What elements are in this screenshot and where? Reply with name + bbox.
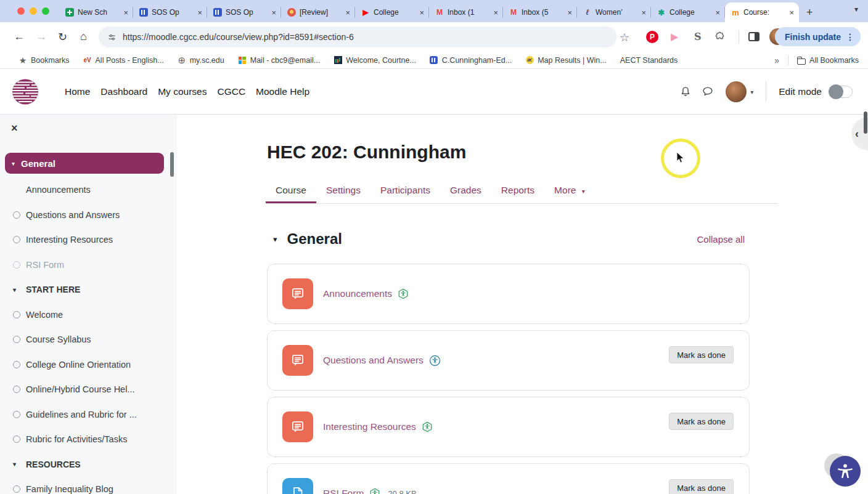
sidebar-item-rubric-for-activities-tasks[interactable]: Rubric for Activities/Tasks [0,427,170,452]
pink-extension-icon[interactable]: ▶ [671,31,678,43]
all-bookmarks-button[interactable]: All Bookmarks [797,56,859,65]
side-panel-icon[interactable] [748,32,760,41]
tab-womens[interactable]: ℓ Women' × [577,2,651,22]
bookmark-all-posts[interactable]: eV All Posts - English... [83,56,164,65]
accessibility-hexagon-icon[interactable] [369,488,380,494]
bookmark-bookmarks[interactable]: ★ Bookmarks [18,56,70,65]
new-tab-button[interactable]: + [806,6,813,19]
tab-new-sch[interactable]: New Sch × [59,2,133,22]
tab-college-green[interactable]: ✱ College × [651,2,725,22]
page-scrollbar[interactable] [864,111,867,134]
tab-close-icon[interactable]: × [715,8,720,17]
sidebar-item-online-hybrid-course-help[interactable]: Online/Hybrid Course Hel... [0,377,170,402]
sidebar-item-college-online-orientation[interactable]: College Online Orientation [0,352,170,378]
extensions-puzzle-icon[interactable] [715,31,726,42]
tab-participants[interactable]: Participants [371,185,440,203]
collapse-all-link[interactable]: Collapse all [697,234,750,245]
nav-moodle-help[interactable]: Moodle Help [256,86,309,97]
tab-course-active[interactable]: m Course: × [725,2,799,22]
activity-link[interactable]: Interesting Resources [323,421,416,432]
activity-link[interactable]: RSI Form [323,488,364,494]
bookmark-map-results[interactable]: iK Map Results | Win... [525,56,607,65]
nav-my-courses[interactable]: My courses [158,86,207,97]
close-window-button[interactable] [17,7,25,15]
tab-inbox-2[interactable]: M Inbox (5 × [503,2,577,22]
tab-close-icon[interactable]: × [641,8,646,17]
sidebar-item-interesting-resources[interactable]: Interesting Resources [0,227,170,253]
tab-reports[interactable]: Reports [491,185,544,203]
reload-button[interactable]: ↻ [58,30,67,44]
pinterest-icon[interactable]: P [646,31,658,43]
tab-close-icon[interactable]: × [789,8,794,17]
tab-close-icon[interactable]: × [271,8,276,17]
accessibility-circle-icon[interactable] [429,355,441,366]
bookmark-mysc[interactable]: ⊕ my.sc.edu [178,56,224,65]
finish-update-button[interactable]: Finish update ⋮ [775,27,861,46]
tune-icon[interactable] [107,33,117,42]
tab-settings[interactable]: Settings [316,185,371,203]
section-collapse-chevron-icon[interactable]: ▾ [273,235,277,244]
sidebar-item-course-syllabus[interactable]: Course Syllabus [0,327,170,352]
tab-more[interactable]: More ▾ [544,185,595,203]
home-button[interactable]: ⌂ [80,30,87,43]
gmail-icon: M [509,8,518,17]
forward-button[interactable]: → [36,30,47,43]
sidebar-item-family-inequality-blog[interactable]: Family Inequality Blog [0,477,170,494]
bookmark-aect[interactable]: AECT Standards [620,56,678,65]
tab-course[interactable]: Course [266,185,316,203]
mark-as-done-button[interactable]: Mark as done [669,346,734,363]
address-bar[interactable]: https://moodle.cgcc.edu/course/view.php?… [99,26,616,47]
bookmark-welcome[interactable]: Welcome, Courtne... [334,56,416,65]
close-drawer-icon[interactable]: × [11,122,18,135]
activity-link[interactable]: Announcements [323,288,392,299]
tab-close-icon[interactable]: × [123,8,128,17]
nav-cgcc[interactable]: CGCC [217,86,245,97]
sidebar-item-welcome[interactable]: Welcome [0,302,170,328]
tab-close-icon[interactable]: × [197,8,202,17]
tab-close-icon[interactable]: × [345,8,350,17]
user-avatar[interactable] [726,81,747,102]
cgcc-logo[interactable] [11,78,39,105]
bookmark-star-icon[interactable]: ☆ [620,31,629,44]
accessibility-hexagon-icon[interactable] [398,288,409,299]
sidebar-item-rsi-form[interactable]: RSI Form [0,253,170,278]
minimize-window-button[interactable] [30,7,37,15]
tab-sos-2[interactable]: SOS Op × [207,2,281,22]
mark-as-done-button[interactable]: Mark as done [669,413,734,430]
sidebar-scrollbar[interactable] [170,152,174,177]
tab-grades[interactable]: Grades [440,185,491,203]
sidebar-section-resources[interactable]: ▾ RESOURCES [0,452,170,477]
user-menu-chevron-icon[interactable]: ▾ [750,89,753,95]
s-extension-icon[interactable]: S [694,31,702,43]
tab-sos-1[interactable]: SOS Op × [133,2,207,22]
tab-search-chevron-icon[interactable]: ▾ [854,5,858,14]
bookmarks-overflow-chevron[interactable]: » [774,55,779,65]
tab-close-icon[interactable]: × [419,8,424,17]
sidebar-item-guidelines-and-rubric[interactable]: Guidelines and Rubric for ... [0,402,170,427]
tab-review[interactable]: [Review] × [281,2,355,22]
sidebar-item-general[interactable]: ▾ General [5,153,164,174]
notifications-bell-icon[interactable] [679,85,692,99]
browser-menu-kebab-icon[interactable]: ⋮ [846,32,854,42]
mark-as-done-button[interactable]: Mark as done [669,479,734,494]
messages-chat-icon[interactable] [701,85,714,99]
tab-close-icon[interactable]: × [567,8,572,17]
edit-mode-toggle[interactable] [829,86,853,98]
sidebar-section-start-here[interactable]: ▾ START HERE [0,277,170,302]
youtube-icon: ▶ [361,8,370,17]
accessibility-hexagon-icon[interactable] [422,421,433,432]
back-button[interactable]: ← [14,30,25,43]
url-text[interactable]: https://moodle.cgcc.edu/course/view.php?… [123,32,354,42]
bookmark-cunningham[interactable]: C.Cunningham-Ed... [430,56,512,65]
tab-college-youtube[interactable]: ▶ College × [355,2,429,22]
nav-dashboard[interactable]: Dashboard [100,86,147,97]
maximize-window-button[interactable] [42,7,49,15]
bookmark-mail[interactable]: Mail - cbc9@email... [238,56,320,65]
tab-close-icon[interactable]: × [493,8,498,17]
activity-link[interactable]: Questions and Answers [323,355,424,366]
accessibility-widget-button[interactable] [830,456,861,487]
sidebar-item-questions-and-answers[interactable]: Questions and Answers [0,203,170,228]
tab-inbox-1[interactable]: M Inbox (1 × [429,2,503,22]
nav-home[interactable]: Home [65,86,90,97]
sidebar-item-announcements[interactable]: Announcements [0,177,170,203]
